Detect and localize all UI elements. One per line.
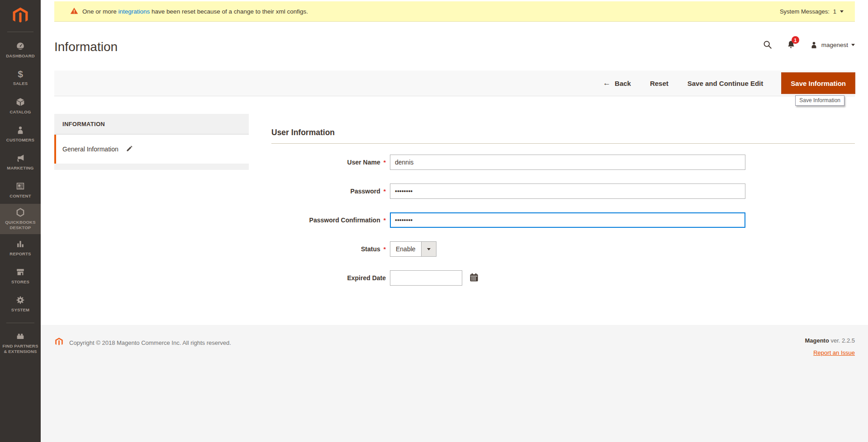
save-information-tooltip: Save Information — [795, 95, 844, 106]
back-button[interactable]: Back — [603, 79, 631, 88]
main-area: One or more integrations have been reset… — [41, 0, 868, 442]
edit-pencil-icon[interactable] — [126, 145, 133, 154]
sidebar-item-label: SALES — [13, 81, 28, 86]
system-gear-icon — [15, 295, 25, 305]
sidebar-item-find-partners[interactable]: FIND PARTNERS & EXTENSIONS — [0, 328, 41, 358]
sidebar-item-stores[interactable]: STORES — [0, 262, 41, 290]
status-select[interactable]: Enable — [390, 241, 436, 257]
form-row-username: User Name — [271, 155, 855, 170]
form-row-password: Password — [271, 183, 855, 199]
sidebar-nav: DASHBOARD $ SALES CATALOG CUSTOMERS — [0, 36, 41, 358]
status-label: Status — [271, 245, 386, 253]
section-title: User Information — [271, 128, 855, 137]
sidebar-item-system[interactable]: SYSTEM — [0, 290, 41, 318]
sidebar-item-label: CONTENT — [9, 193, 31, 199]
notification-badge: 1 — [792, 36, 799, 44]
form-row-password-confirmation: Password Confirmation — [271, 212, 855, 228]
sidebar-item-label: SYSTEM — [11, 307, 29, 313]
sidebar-item-marketing[interactable]: MARKETING — [0, 148, 41, 176]
message-text: One or more integrations have been reset… — [82, 8, 308, 15]
content-icon — [15, 181, 25, 191]
sidebar-item-catalog[interactable]: CATALOG — [0, 92, 41, 120]
extensions-brick-icon — [15, 331, 25, 341]
customers-icon — [15, 125, 25, 135]
page-footer: Copyright © 2018 Magento Commerce Inc. A… — [41, 325, 868, 442]
sidebar-item-label: STORES — [11, 279, 29, 285]
reset-button[interactable]: Reset — [650, 80, 669, 87]
chevron-down-icon — [840, 10, 844, 13]
chevron-down-icon — [851, 44, 855, 46]
tab-label: General Information — [62, 146, 119, 153]
save-and-continue-button[interactable]: Save and Continue Edit — [688, 80, 764, 87]
sidebar-item-label: CATALOG — [10, 109, 31, 115]
catalog-icon — [15, 97, 25, 107]
system-messages-label: System Messages: — [780, 8, 830, 15]
copyright: Copyright © 2018 Magento Commerce Inc. A… — [54, 337, 231, 348]
integrations-link[interactable]: integrations — [119, 8, 150, 15]
magento-footer-logo-icon — [54, 337, 64, 348]
divider — [271, 143, 855, 144]
sidebar-item-label: REPORTS — [9, 251, 31, 257]
sidebar-item-content[interactable]: CONTENT — [0, 176, 41, 204]
arrow-left-icon — [603, 79, 611, 88]
sidebar-item-label: QUICKBOOKS DESKTOP — [1, 220, 40, 230]
notifications-bell-icon[interactable]: 1 — [786, 40, 796, 50]
save-information-button[interactable]: Save Information — [782, 73, 855, 94]
system-messages-toggle[interactable]: System Messages:1 — [780, 8, 844, 15]
sidebar-item-sales[interactable]: $ SALES — [0, 64, 41, 92]
header-actions: 1 magenest — [763, 40, 855, 50]
expired-date-label: Expired Date — [271, 274, 386, 282]
password-input[interactable] — [390, 183, 745, 199]
sidebar-item-customers[interactable]: CUSTOMERS — [0, 120, 41, 148]
sidebar-item-label: CUSTOMERS — [6, 137, 34, 143]
divider — [7, 32, 33, 32]
page-title: Information — [54, 40, 118, 54]
password-label: Password — [271, 188, 386, 195]
version-info: Magento ver. 2.2.5 — [805, 337, 855, 344]
user-menu[interactable]: magenest — [810, 41, 855, 49]
system-message: One or more integrations have been reset… — [70, 7, 308, 16]
expired-date-input[interactable] — [390, 270, 462, 286]
username-label: User Name — [271, 159, 386, 166]
password-confirmation-label: Password Confirmation — [271, 216, 386, 224]
sidebar-item-quickbooks-desktop[interactable]: QUICKBOOKS DESKTOP — [0, 204, 41, 234]
username-input[interactable] — [390, 155, 745, 170]
reports-icon — [15, 239, 25, 249]
general-information-tab[interactable]: General Information — [54, 135, 249, 164]
panel-header: INFORMATION — [54, 114, 249, 135]
magento-logo-icon[interactable] — [0, 0, 41, 32]
sales-icon: $ — [18, 70, 23, 79]
select-arrow[interactable] — [421, 242, 436, 256]
version-number: ver. 2.2.5 — [831, 337, 855, 344]
username: magenest — [821, 42, 848, 48]
quickbooks-hexagon-icon — [15, 207, 25, 217]
calendar-icon — [469, 272, 479, 284]
user-information-form: User Information User Name Password Pass… — [271, 128, 855, 299]
system-messages-count: 1 — [833, 8, 836, 15]
marketing-icon — [15, 153, 25, 163]
search-icon[interactable] — [763, 40, 773, 50]
dashboard-icon — [15, 41, 25, 51]
form-row-expired-date: Expired Date — [271, 270, 855, 286]
sidebar-item-label: MARKETING — [7, 165, 33, 171]
sidebar-item-dashboard[interactable]: DASHBOARD — [0, 36, 41, 64]
divider — [6, 323, 34, 323]
footer-meta: Magento ver. 2.2.5 Report an Issue — [805, 337, 855, 356]
report-an-issue-link[interactable]: Report an Issue — [813, 349, 855, 356]
sidebar-item-reports[interactable]: REPORTS — [0, 234, 41, 262]
page-actions-toolbar: Back Reset Save and Continue Edit Save I… — [54, 71, 855, 96]
status-selected-value: Enable — [390, 242, 421, 256]
sidebar: DASHBOARD $ SALES CATALOG CUSTOMERS — [0, 0, 41, 442]
calendar-button[interactable] — [469, 272, 479, 284]
magento-admin-app: DASHBOARD $ SALES CATALOG CUSTOMERS — [0, 0, 868, 442]
form-row-status: Status Enable — [271, 241, 855, 257]
stores-icon — [15, 267, 25, 277]
copyright-text: Copyright © 2018 Magento Commerce Inc. A… — [69, 339, 231, 346]
content: INFORMATION General Information User Inf… — [41, 96, 868, 325]
page-header: Information 1 magenest — [54, 22, 855, 71]
brand-name: Magento — [805, 337, 829, 344]
warning-icon — [70, 7, 78, 16]
sidebar-item-label: DASHBOARD — [6, 53, 35, 59]
password-confirmation-input[interactable] — [390, 212, 745, 228]
system-message-bar: One or more integrations have been reset… — [54, 1, 855, 22]
